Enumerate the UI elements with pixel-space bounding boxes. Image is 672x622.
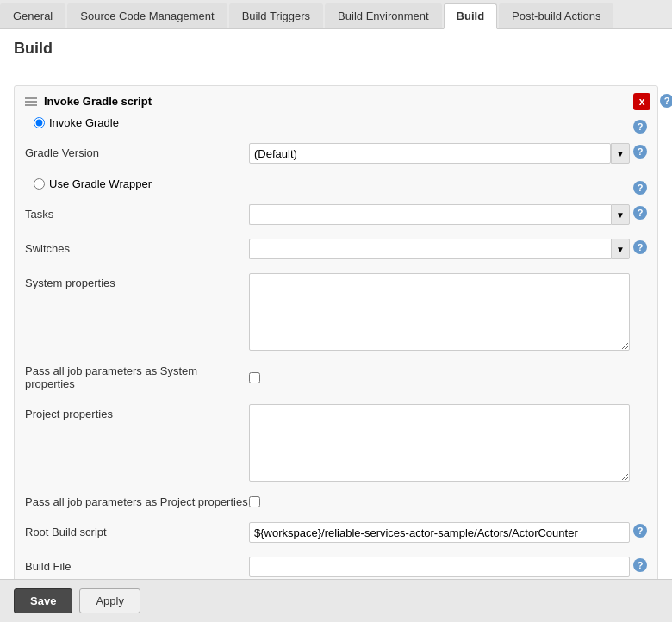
build-file-input[interactable] [249, 557, 630, 577]
section-header: Invoke Gradle script [25, 95, 647, 108]
help-icon-tasks[interactable]: ? [633, 206, 647, 220]
build-section: ? Invoke Gradle script x Invoke Gradle [14, 85, 658, 616]
root-build-script-input[interactable] [249, 522, 630, 543]
page-content: Build [0, 29, 672, 77]
main-scroll-area: ? Invoke Gradle script x Invoke Gradle [0, 77, 672, 616]
save-button[interactable]: Save [14, 588, 72, 613]
switches-control: ▼ [249, 239, 630, 259]
tab-build[interactable]: Build [444, 3, 498, 29]
switches-label: Switches [25, 239, 249, 255]
page-title: Build [14, 40, 658, 58]
pass-project-row: Pass all job parameters as Project prope… [25, 495, 630, 508]
tasks-control: ▼ [249, 204, 630, 225]
tasks-dropdown-btn[interactable]: ▼ [611, 204, 630, 225]
switches-input-wrapper: ▼ [249, 239, 630, 259]
build-file-label: Build File [25, 557, 249, 573]
help-icon-wrapper[interactable]: ? [633, 181, 647, 195]
tasks-row: Tasks ▼ [25, 204, 630, 225]
root-build-script-label: Root Build script [25, 522, 249, 538]
system-properties-row: System properties [25, 273, 630, 351]
invoke-gradle-radio-row: Invoke Gradle [34, 116, 630, 129]
system-properties-label: System properties [25, 273, 249, 289]
root-build-script-control [249, 522, 630, 543]
switches-row: Switches ▼ [25, 239, 630, 259]
invoke-gradle-radio[interactable] [34, 117, 45, 128]
gradle-version-input[interactable] [249, 143, 611, 164]
apply-button[interactable]: Apply [79, 588, 140, 613]
project-properties-label: Project properties [25, 404, 249, 420]
tab-bar: General Source Code Management Build Tri… [0, 0, 672, 29]
pass-system-checkbox[interactable] [249, 372, 260, 383]
invoke-gradle-label[interactable]: Invoke Gradle [49, 116, 119, 129]
build-file-row: Build File [25, 557, 630, 577]
tab-general[interactable]: General [0, 3, 65, 28]
gradle-version-label: Gradle Version [25, 143, 249, 159]
gradle-version-dropdown[interactable]: ▼ [611, 143, 630, 164]
tab-build-triggers[interactable]: Build Triggers [229, 3, 323, 28]
close-button[interactable]: x [633, 93, 650, 110]
build-file-control [249, 557, 630, 577]
tab-source-code[interactable]: Source Code Management [67, 3, 227, 28]
switches-input[interactable] [249, 239, 611, 259]
use-gradle-wrapper-radio[interactable] [34, 178, 45, 190]
gradle-version-select-wrapper: ▼ [249, 143, 630, 164]
system-properties-control [249, 273, 630, 351]
pass-system-label: Pass all job parameters as System proper… [25, 364, 249, 390]
help-icon-invoke-gradle[interactable]: ? [633, 120, 647, 134]
system-properties-textarea[interactable] [249, 273, 630, 351]
pass-project-label: Pass all job parameters as Project prope… [25, 495, 249, 508]
help-icon-switches[interactable]: ? [633, 240, 647, 254]
help-icon-build-file[interactable]: ? [633, 558, 647, 572]
project-properties-textarea[interactable] [249, 404, 630, 482]
help-icon-gradle-version[interactable]: ? [633, 145, 647, 159]
tasks-label: Tasks [25, 204, 249, 221]
gradle-version-row: Gradle Version ▼ [25, 143, 630, 164]
project-properties-control [249, 404, 630, 482]
use-wrapper-radio-row: Use Gradle Wrapper [34, 177, 630, 190]
use-gradle-wrapper-label[interactable]: Use Gradle Wrapper [49, 177, 152, 190]
drag-handle[interactable] [25, 97, 37, 106]
switches-dropdown-btn[interactable]: ▼ [611, 239, 630, 259]
section-title: Invoke Gradle script [44, 95, 152, 108]
tab-build-environment[interactable]: Build Environment [325, 3, 442, 28]
project-properties-row: Project properties [25, 404, 630, 482]
bottom-bar: Save Apply [0, 579, 672, 622]
pass-project-checkbox[interactable] [249, 496, 260, 507]
tab-postbuild[interactable]: Post-build Actions [499, 3, 613, 28]
invoke-gradle-section: Invoke Gradle script x Invoke Gradle ? G… [14, 85, 658, 616]
gradle-version-control: ▼ [249, 143, 630, 164]
pass-system-row: Pass all job parameters as System proper… [25, 364, 630, 390]
root-build-script-row: Root Build script [25, 522, 630, 543]
tasks-input-wrapper: ▼ [249, 204, 630, 225]
help-icon-section[interactable]: ? [660, 94, 672, 108]
tasks-input[interactable] [249, 204, 611, 225]
help-icon-root-build[interactable]: ? [633, 524, 647, 538]
